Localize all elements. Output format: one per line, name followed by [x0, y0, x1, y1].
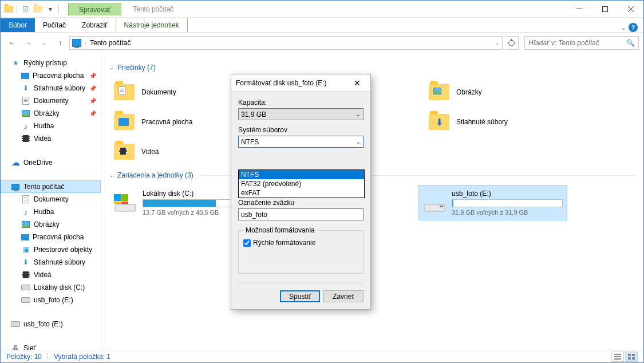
chevron-down-icon: ⌄	[356, 112, 361, 117]
sidebar-onedrive[interactable]: ☁OneDrive	[1, 156, 101, 169]
quick-format-checkbox[interactable]: Rýchle formátovanie	[243, 239, 358, 247]
disk-icon	[114, 190, 137, 212]
download-icon: ⬇	[21, 258, 30, 267]
qat-dropdown-icon[interactable]: ▾	[46, 5, 55, 14]
dialog-close-button[interactable]: ✕	[349, 77, 366, 89]
filesystem-dropdown: NTFS FAT32 (predvolené) exFAT	[238, 169, 365, 198]
svg-rect-1	[602, 6, 607, 11]
chevron-down-icon: ⌄	[356, 139, 361, 145]
svg-rect-7	[424, 204, 445, 211]
contextual-tab-header: Spravovať	[68, 3, 121, 15]
drive-usb-e[interactable]: usb_foto (E:) 31,9 GB voľných z 31,9 GB	[418, 185, 567, 220]
sidebar-this-pc[interactable]: Tento počítač	[1, 180, 101, 193]
doc-icon	[21, 96, 30, 105]
svg-rect-15	[632, 357, 635, 360]
sidebar-pc-downloads[interactable]: ⬇Stiahnuté súbory	[1, 256, 101, 269]
ribbon-expand-icon[interactable]: ⌄	[621, 23, 626, 31]
breadcrumb-sep: ›	[85, 40, 86, 46]
search-box[interactable]: 🔍	[524, 36, 639, 50]
close-dialog-button[interactable]: Zavrieť	[323, 290, 364, 302]
recent-dropdown[interactable]: ⌄	[37, 36, 51, 50]
sidebar-usb-node[interactable]: usb_foto (E:)	[1, 318, 101, 330]
drives-row: Lokálny disk (C:) 13,7 GB voľných z 40,5…	[109, 185, 635, 220]
music-icon: ♪	[21, 207, 30, 216]
fs-option-fat32[interactable]: FAT32 (predvolené)	[239, 179, 364, 188]
chevron-down-icon: ⌄	[109, 172, 114, 178]
sidebar-item-downloads[interactable]: ⬇Stiahnuté súbory📌	[1, 82, 101, 94]
new-folder-icon[interactable]	[33, 5, 42, 14]
folder-documents[interactable]: Dokumenty	[109, 77, 241, 107]
svg-rect-4	[121, 194, 128, 201]
file-tab[interactable]: Súbor	[1, 18, 35, 32]
folder-pictures[interactable]: Obrázky	[424, 77, 556, 107]
drive-free: 31,9 GB voľných z 31,9 GB	[452, 209, 563, 216]
navigation-bar: ← → ⌄ ↑ › Tento počítač ⌄ 🔍	[1, 33, 643, 53]
svg-rect-11	[614, 358, 621, 360]
svg-rect-2	[115, 204, 136, 211]
close-button[interactable]	[618, 1, 643, 17]
maximize-button[interactable]	[592, 1, 618, 17]
fs-option-exfat[interactable]: exFAT	[239, 188, 364, 198]
explorer-icon	[4, 5, 13, 14]
capacity-select[interactable]: 31,9 GB⌄	[238, 108, 364, 120]
group-devices[interactable]: ⌄Zariadenia a jednotky (3)	[109, 171, 635, 179]
pic-icon	[21, 109, 30, 118]
back-button[interactable]: ←	[5, 36, 19, 50]
svg-rect-14	[628, 357, 631, 360]
filesystem-select[interactable]: NTFS⌄	[238, 136, 364, 148]
tab-computer[interactable]: Počítač	[35, 18, 74, 32]
title-bar: ☑ ▾ Spravovať Tento počítač	[1, 1, 643, 18]
status-item-count: Položky: 10	[6, 353, 42, 361]
sidebar-pc-local-disk[interactable]: Lokálny disk (C:)	[1, 281, 101, 294]
sidebar-item-music[interactable]: ♪Hudba	[1, 120, 101, 132]
pc-icon	[72, 39, 81, 47]
dialog-title-bar[interactable]: Formátovať disk usb_foto (E:) ✕	[231, 74, 370, 92]
quick-format-input[interactable]	[243, 239, 251, 247]
svg-rect-9	[614, 354, 621, 355]
fs-option-ntfs[interactable]: NTFS	[239, 170, 364, 179]
sidebar-item-pictures[interactable]: Obrázky📌	[1, 107, 101, 120]
tab-drive-tools[interactable]: Nástroje jednotiek	[116, 18, 188, 32]
address-dropdown-icon[interactable]: ⌄	[495, 40, 500, 46]
folder-icon	[113, 81, 136, 104]
sidebar-pc-3dobjects[interactable]: ▣Priestorové objekty	[1, 243, 101, 256]
sidebar-quick-access[interactable]: ★Rýchly prístup	[1, 57, 101, 69]
up-button[interactable]: ↑	[53, 36, 67, 50]
view-details-button[interactable]	[611, 352, 624, 362]
forward-button[interactable]: →	[21, 36, 35, 50]
volume-label-input[interactable]	[238, 208, 364, 220]
breadcrumb[interactable]: Tento počítač	[90, 39, 131, 47]
refresh-button[interactable]	[505, 36, 519, 50]
properties-icon[interactable]: ☑	[21, 5, 30, 14]
sidebar-pc-documents[interactable]: Dokumenty	[1, 193, 101, 206]
window-title: Tento počítač	[133, 5, 173, 13]
qat-sep	[17, 5, 17, 14]
cloud-icon: ☁	[11, 158, 20, 167]
folder-videos[interactable]: Videá	[109, 137, 241, 167]
minimize-button[interactable]	[566, 1, 592, 17]
filesystem-label: Systém súborov	[238, 126, 364, 134]
sidebar-pc-usb[interactable]: usb_foto (E:)	[1, 294, 101, 306]
drive-label: usb_foto (E:)	[452, 190, 563, 198]
sidebar-item-videos[interactable]: Videá	[1, 132, 101, 145]
folder-desktop[interactable]: Pracovná plocha	[109, 107, 241, 137]
sidebar-pc-music[interactable]: ♪Hudba	[1, 206, 101, 218]
help-icon[interactable]: ?	[629, 23, 638, 32]
tab-view[interactable]: Zobraziť	[74, 18, 116, 32]
folder-downloads[interactable]: ⬇Stiahnuté súbory	[424, 107, 556, 137]
address-bar[interactable]: › Tento počítač ⌄	[69, 36, 503, 50]
start-button[interactable]: Spustiť	[280, 290, 320, 302]
group-folders[interactable]: ⌄Priečinky (7)	[109, 64, 635, 72]
sidebar-network[interactable]: 🖧Sieť	[1, 342, 101, 350]
search-icon[interactable]: 🔍	[626, 39, 635, 47]
format-options-legend: Možnosti formátovania	[243, 226, 317, 234]
sidebar-pc-videos[interactable]: Videá	[1, 269, 101, 281]
capacity-label: Kapacita:	[238, 98, 364, 106]
view-large-icons-button[interactable]	[625, 352, 638, 362]
sidebar-item-desktop[interactable]: Pracovná plocha📌	[1, 69, 101, 82]
sidebar-pc-desktop[interactable]: Pracovná plocha	[1, 231, 101, 243]
search-input[interactable]	[528, 39, 626, 47]
sidebar-pc-pictures[interactable]: Obrázky	[1, 218, 101, 231]
sidebar-item-documents[interactable]: Dokumenty📌	[1, 94, 101, 107]
svg-rect-0	[576, 9, 582, 9]
